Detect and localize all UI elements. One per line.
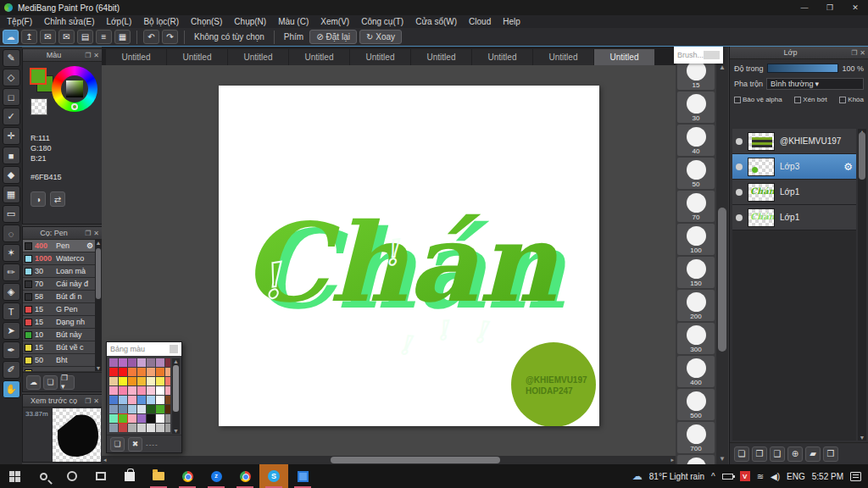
- close-icon[interactable]: ✕: [93, 230, 99, 237]
- checkbox-icon[interactable]: [794, 97, 801, 103]
- palette-color[interactable]: [119, 368, 127, 376]
- window-layout-icon-button[interactable]: ▦: [114, 30, 131, 44]
- browser-icon[interactable]: [231, 464, 259, 488]
- palette-color[interactable]: [109, 358, 118, 367]
- layer-checkbox-0[interactable]: Bảo vệ alpha: [734, 96, 782, 103]
- palette-header-button[interactable]: [170, 345, 178, 353]
- notification-center-icon[interactable]: [850, 472, 861, 481]
- palette-color[interactable]: [165, 424, 170, 432]
- brush-row[interactable]: 50Bht: [23, 354, 95, 367]
- color-square[interactable]: [66, 80, 83, 97]
- brush-size-panel-header[interactable]: Brush...: [674, 47, 723, 64]
- palette-color[interactable]: [109, 405, 118, 413]
- new-color-icon[interactable]: ❏: [110, 437, 125, 452]
- menu-item-5[interactable]: Chụp(N): [234, 17, 266, 26]
- close-icon[interactable]: ✕: [93, 397, 99, 405]
- tab-untitled-8[interactable]: Untitled: [533, 49, 593, 65]
- canvas-area[interactable]: Chán Chán ! ! ! ! ! ! @KHIEMVU197: [102, 65, 676, 456]
- select-eraser-tool[interactable]: ◈: [3, 283, 20, 301]
- file-explorer-icon[interactable]: [144, 464, 173, 488]
- pen-tool[interactable]: ✒: [3, 341, 20, 359]
- layer-visibility-icon[interactable]: [736, 214, 743, 221]
- menu-item-8[interactable]: Công cụ(T): [361, 17, 403, 26]
- tab-untitled-2[interactable]: Untitled: [167, 49, 227, 65]
- battery-icon[interactable]: [722, 474, 733, 480]
- tab-untitled-5[interactable]: Untitled: [350, 49, 410, 65]
- brush-size-option[interactable]: 40: [677, 125, 715, 156]
- palette-button[interactable]: ◑: [31, 191, 46, 207]
- zalo-icon[interactable]: Z: [202, 464, 231, 488]
- menu-item-6[interactable]: Màu (C): [278, 17, 309, 26]
- document-icon-button[interactable]: ▤: [77, 30, 93, 44]
- palette-color[interactable]: [128, 386, 136, 395]
- menu-item-10[interactable]: Cloud: [469, 17, 491, 26]
- palette-header[interactable]: Bảng màu: [107, 342, 181, 356]
- menu-item-1[interactable]: Chỉnh sửa(E): [44, 17, 95, 26]
- operation-tool[interactable]: ➤: [3, 322, 20, 340]
- brush-row[interactable]: 58Bút đi n: [23, 291, 95, 303]
- new-layer-icon[interactable]: ❏: [734, 446, 749, 462]
- brush-size-option[interactable]: 100: [677, 224, 715, 255]
- task-view-button[interactable]: [86, 464, 115, 488]
- palette-color[interactable]: [109, 386, 118, 395]
- palette-color[interactable]: [137, 414, 146, 423]
- palette-color[interactable]: [137, 405, 146, 413]
- brush-row[interactable]: [23, 367, 95, 371]
- palette-color[interactable]: [165, 414, 170, 423]
- move-tool[interactable]: ✛: [3, 127, 20, 145]
- brush-size-option[interactable]: 70: [677, 191, 715, 222]
- canvas[interactable]: Chán Chán ! ! ! ! ! ! @KHIEMVU197: [219, 86, 599, 426]
- palette-color[interactable]: [119, 414, 127, 423]
- brush-list-scrollbar[interactable]: ▲ ▼: [95, 240, 102, 371]
- brush-size-option[interactable]: 700: [677, 422, 715, 453]
- palette-scrollbar[interactable]: ▲ ▼: [172, 358, 180, 434]
- palette-color[interactable]: [147, 405, 155, 413]
- brush-settings-icon[interactable]: ⚙: [86, 241, 93, 250]
- layer-row[interactable]: @KHIEMVU197: [732, 129, 856, 154]
- brush-size-option[interactable]: 500: [677, 389, 715, 420]
- tray-expand-chevron[interactable]: ^: [711, 472, 715, 481]
- foreground-color-swatch[interactable]: [30, 68, 47, 85]
- palette-color[interactable]: [156, 368, 164, 376]
- trash-icon[interactable]: ✖: [128, 437, 142, 452]
- menu-item-2[interactable]: Lớp(L): [107, 17, 132, 26]
- tab-untitled-1[interactable]: Untitled: [106, 49, 166, 65]
- brush-row[interactable]: 400Pen⚙: [23, 240, 95, 252]
- palette-color[interactable]: [119, 396, 127, 404]
- palette-color[interactable]: [119, 405, 127, 413]
- new-1bit-layer-icon[interactable]: ❑: [770, 446, 785, 462]
- close-button[interactable]: ✕: [843, 0, 868, 15]
- brush-row[interactable]: 1000Waterco: [23, 252, 95, 265]
- tab-untitled-4[interactable]: Untitled: [289, 49, 349, 65]
- size-panel-button[interactable]: [704, 51, 720, 59]
- close-icon[interactable]: ✕: [93, 52, 99, 59]
- palette-color[interactable]: [147, 414, 155, 423]
- palette-color[interactable]: [137, 424, 146, 432]
- select-rect-tool[interactable]: ▭: [3, 205, 20, 223]
- new-brush-icon[interactable]: ❏: [43, 375, 58, 390]
- cloud-sync-icon-button[interactable]: ☁: [3, 30, 19, 44]
- select-pen-tool[interactable]: ✏: [3, 263, 20, 281]
- palette-color[interactable]: [156, 424, 164, 432]
- palette-color[interactable]: [165, 377, 170, 385]
- shape-rect-tool[interactable]: □: [3, 88, 20, 106]
- palette-color[interactable]: [165, 405, 170, 413]
- palette-color[interactable]: [156, 414, 164, 423]
- feedback-icon-button[interactable]: ✉: [58, 30, 75, 44]
- palette-color[interactable]: [109, 424, 118, 432]
- v-scroll-thumb[interactable]: [718, 208, 726, 352]
- palette-color[interactable]: [109, 368, 118, 376]
- brush-menu-icon[interactable]: ❐ ▾: [60, 375, 75, 390]
- palette-color[interactable]: [109, 396, 118, 404]
- settings-list-icon-button[interactable]: ≡: [96, 30, 112, 44]
- tab-untitled-3[interactable]: Untitled: [228, 49, 288, 65]
- eraser-tool[interactable]: ◇: [3, 69, 20, 86]
- hue-marker[interactable]: [71, 103, 78, 110]
- layer-settings-icon[interactable]: ⚙: [843, 161, 853, 173]
- chrome-icon[interactable]: [173, 464, 202, 488]
- palette-color[interactable]: [165, 368, 170, 376]
- hand-tool[interactable]: ✋: [3, 380, 20, 398]
- brush-size-option[interactable]: 150: [677, 257, 715, 288]
- layer-checkbox-2[interactable]: Khóa: [839, 96, 864, 103]
- cortana-button[interactable]: [58, 464, 86, 488]
